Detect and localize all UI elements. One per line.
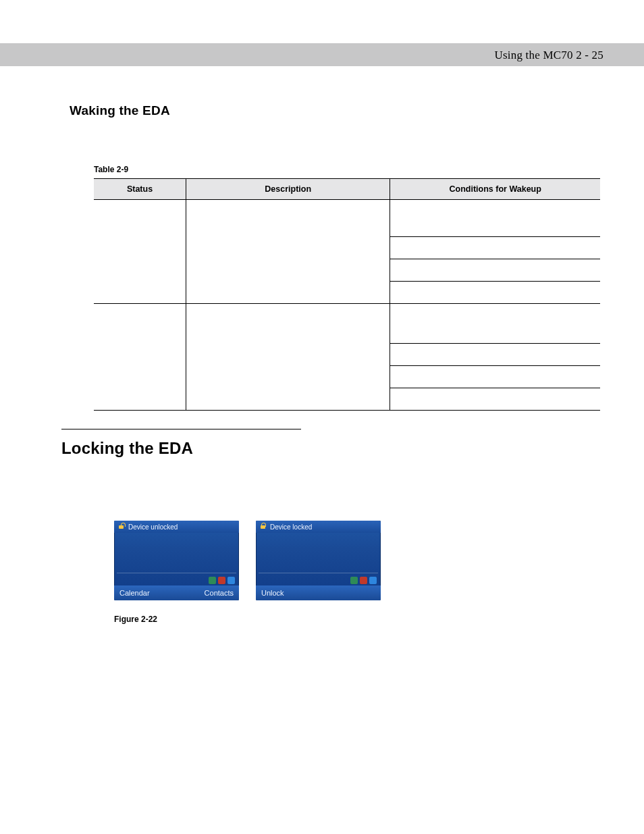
section-heading-waking: Waking the EDA (70, 103, 170, 118)
device-title-text: Device unlocked (128, 523, 178, 531)
system-tray (350, 577, 377, 584)
table-header-row: Status Description Conditions for Wakeup (94, 179, 600, 200)
document-page: Using the MC70 2 - 25 Waking the EDA Tab… (0, 0, 644, 834)
tray-icon (218, 577, 225, 584)
page-header-bar: Using the MC70 2 - 25 (0, 43, 644, 66)
tray-icon (369, 577, 377, 584)
device-body (256, 533, 381, 585)
device-softkey-bar: Unlock (256, 585, 381, 600)
softkey-left[interactable]: Unlock (261, 589, 284, 597)
tray-icon (360, 577, 367, 584)
device-titlebar: Device locked (256, 521, 381, 533)
page-header-text: Using the MC70 2 - 25 (495, 49, 603, 62)
lock-open-icon (118, 523, 125, 530)
softkey-right[interactable]: Contacts (205, 589, 234, 597)
divider-line (259, 573, 378, 573)
device-body (114, 533, 239, 585)
system-tray (209, 577, 235, 584)
tray-icon (227, 577, 235, 584)
table-header-description: Description (186, 179, 390, 200)
table-header-status: Status (94, 179, 186, 200)
device-titlebar: Device unlocked (114, 521, 239, 533)
tray-icon (350, 577, 358, 584)
device-softkey-bar: Calendar Contacts (114, 585, 239, 600)
table-header-conditions: Conditions for Wakeup (390, 179, 600, 200)
lock-closed-icon (260, 523, 267, 530)
tray-icon (209, 577, 216, 584)
table-row (94, 304, 600, 411)
device-screenshot-unlocked: Device unlocked Calendar Contacts (114, 521, 239, 600)
device-screenshot-locked: Device locked Unlock (256, 521, 381, 600)
softkey-left[interactable]: Calendar (119, 589, 150, 597)
table-row (94, 200, 600, 304)
divider-line (117, 573, 236, 573)
wakeup-table: Status Description Conditions for Wakeup (94, 178, 600, 411)
section-divider (61, 429, 301, 429)
table-caption: Table 2-9 (94, 165, 128, 174)
device-title-text: Device locked (270, 523, 312, 531)
figure-caption: Figure 2-22 (114, 615, 157, 624)
section-heading-locking: Locking the EDA (61, 439, 193, 458)
